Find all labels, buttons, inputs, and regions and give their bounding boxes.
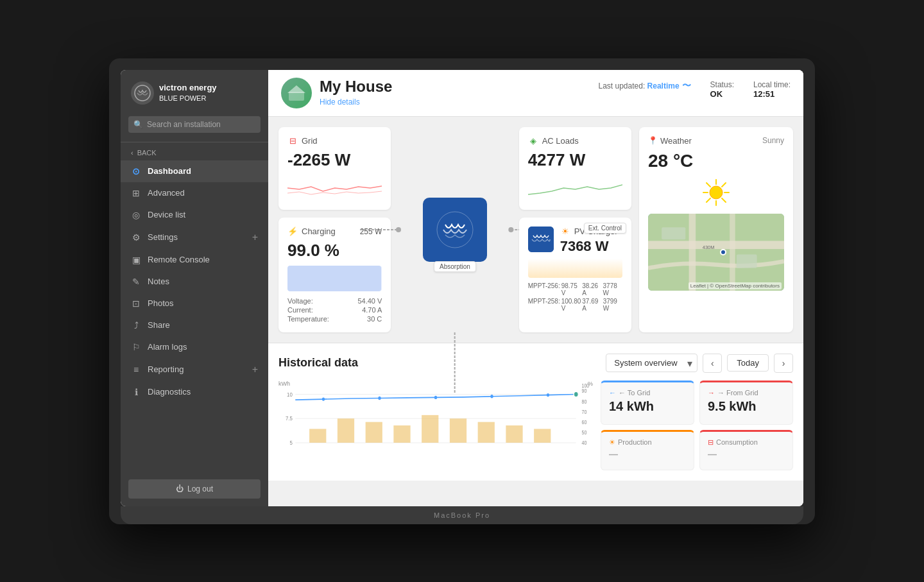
search-input[interactable]	[147, 120, 255, 129]
mppt-details: MPPT-256: 98.75 V 38.26 A 3778 W MPPT-25…	[528, 282, 622, 312]
realtime-wave-icon: 〜	[682, 80, 691, 92]
sidebar-item-label: Photos	[148, 298, 173, 308]
sidebar-item-advanced[interactable]: ⊞ Advanced	[121, 182, 268, 204]
reporting-icon: ≡	[131, 364, 141, 375]
consumption-label: ⊟ Consumption	[708, 438, 785, 447]
sidebar: victron energy BLUE POWER 🔍 ‹ BACK ⊙ Das…	[121, 70, 268, 506]
local-time-meta: Local time: 12:51	[753, 80, 791, 99]
header-title-area: My House Hide details	[320, 78, 392, 107]
status-meta: Status: OK	[710, 80, 734, 99]
sidebar-item-device-list[interactable]: ◎ Device list	[121, 204, 268, 226]
svg-point-8	[437, 212, 473, 248]
sidebar-item-label: Share	[148, 320, 170, 330]
svg-text:70: 70	[582, 409, 587, 415]
weather-title: Weather	[660, 136, 692, 146]
system-overview-select-wrapper: System overview ▾	[606, 354, 697, 372]
sidebar-item-label: Notes	[148, 277, 169, 286]
sidebar-item-label: Settings	[148, 232, 178, 242]
charging-details: Voltage: 54.40 V Current: 4.70 A Tempera…	[287, 296, 382, 323]
installation-avatar	[281, 78, 312, 108]
sidebar-item-share[interactable]: ⤴ Share	[121, 314, 268, 336]
logout-button[interactable]: ⏻ Log out	[128, 479, 261, 499]
sidebar-item-label: Diagnostics	[148, 387, 191, 397]
reporting-expand-icon[interactable]: +	[252, 364, 258, 375]
sidebar-item-label: Alarm logs	[148, 342, 187, 352]
ac-loads-chart	[528, 175, 622, 201]
location-pin-icon: 📍	[648, 136, 658, 145]
to-grid-arrow-icon: ←	[609, 389, 616, 397]
header-meta: Last updated: Realtime 〜 Status: OK Loca…	[599, 78, 791, 99]
sun-icon	[700, 176, 732, 209]
hide-details-link[interactable]: Hide details	[320, 98, 360, 107]
main-header: My House Hide details Last updated: Real…	[268, 70, 803, 117]
sidebar-item-label: Dashboard	[148, 166, 191, 176]
sidebar-divider	[121, 142, 268, 142]
ac-loads-icon: ◈	[528, 136, 538, 146]
svg-text:40: 40	[582, 440, 587, 446]
svg-rect-47	[534, 429, 551, 443]
sidebar-item-settings[interactable]: ⚙ Settings +	[121, 226, 268, 249]
historical-controls: System overview ▾ ‹ Today ›	[606, 354, 793, 373]
today-button[interactable]: Today	[727, 354, 769, 372]
sidebar-item-photos[interactable]: ⊡ Photos	[121, 293, 268, 314]
pv-charger-card: Ext. Control ☀ PV Char	[519, 218, 631, 332]
production-value: —	[609, 449, 686, 459]
realtime-badge: Realtime 〜	[647, 80, 691, 92]
weather-title-row: 📍 Weather	[648, 136, 692, 146]
svg-point-48	[322, 397, 325, 400]
svg-point-50	[434, 395, 437, 398]
sidebar-item-remote-console[interactable]: ▣ Remote Console	[121, 249, 268, 271]
svg-rect-40	[338, 418, 354, 443]
sidebar-item-diagnostics[interactable]: ℹ Diagnostics	[121, 381, 268, 403]
absorption-badge: Absorption	[434, 261, 476, 272]
chart-stats: ← ← To Grid 14 kWh → → From Grid 9.5 kWh	[601, 381, 793, 470]
mppt-256-row: MPPT-256: 98.75 V 38.26 A 3778 W	[528, 282, 622, 297]
svg-line-16	[722, 198, 726, 202]
sidebar-item-label: Advanced	[148, 188, 185, 198]
svg-rect-1	[289, 92, 304, 101]
svg-rect-19	[648, 214, 784, 291]
diagnostics-icon: ℹ	[131, 387, 141, 397]
to-grid-label: ← ← To Grid	[609, 389, 686, 397]
sidebar-item-dashboard[interactable]: ⊙ Dashboard	[121, 160, 268, 182]
advanced-icon: ⊞	[131, 188, 141, 198]
laptop-model-label: MacBook Pro	[434, 511, 490, 519]
sidebar-nav: ⊙ Dashboard ⊞ Advanced ◎ Device list ⚙ S…	[121, 160, 268, 472]
historical-section: Historical data System overview ▾ ‹ Toda…	[268, 343, 803, 481]
sidebar-item-alarm-logs[interactable]: ⚐ Alarm logs	[121, 336, 268, 358]
production-sun-icon: ☀	[609, 438, 615, 447]
alarm-logs-icon: ⚐	[131, 342, 141, 352]
production-label: ☀ Production	[609, 438, 686, 447]
svg-rect-22	[730, 214, 735, 291]
sidebar-item-reporting[interactable]: ≡ Reporting +	[121, 358, 268, 381]
sidebar-item-notes[interactable]: ✎ Notes	[121, 271, 268, 293]
charging-percentage: 99.0 %	[287, 241, 382, 261]
laptop-base: MacBook Pro	[121, 506, 803, 524]
charging-title: Charging	[302, 227, 336, 236]
svg-rect-41	[366, 422, 382, 442]
inverter-area: Absorption	[398, 127, 511, 332]
ac-loads-title: AC Loads	[542, 136, 579, 146]
pv-charger-icon: ☀	[560, 227, 570, 237]
victron-logo-icon	[131, 81, 154, 105]
stat-card-consumption: ⊟ Consumption —	[699, 430, 793, 470]
svg-point-49	[378, 396, 381, 399]
svg-point-52	[547, 393, 549, 396]
settings-expand-icon[interactable]: +	[252, 232, 258, 243]
search-icon: 🔍	[133, 120, 143, 129]
charging-card: ⚡ Charging 255 W 99.0 % Voltage: 54.40 V	[278, 218, 391, 332]
stat-card-from-grid: → → From Grid 9.5 kWh	[699, 381, 793, 425]
system-overview-select[interactable]: System overview	[606, 354, 697, 372]
sidebar-item-label: Device list	[148, 210, 185, 219]
svg-text:430M: 430M	[703, 244, 715, 250]
map-pin	[720, 249, 726, 255]
svg-point-10	[710, 186, 723, 199]
map-credit: Leaflet | © OpenStreetMap contributors	[689, 282, 782, 289]
weather-card: 📍 Weather Sunny 28 °C	[639, 127, 793, 332]
back-button[interactable]: ‹ BACK	[121, 145, 268, 160]
historical-chart-svg: 5 7.5 10 40 50 60 70 80 90 100	[278, 381, 593, 470]
chart-prev-button[interactable]: ‹	[703, 354, 722, 373]
svg-rect-46	[506, 425, 522, 443]
chart-next-button[interactable]: ›	[774, 354, 793, 373]
ac-loads-card: ◈ AC Loads 4277 W	[519, 127, 631, 210]
